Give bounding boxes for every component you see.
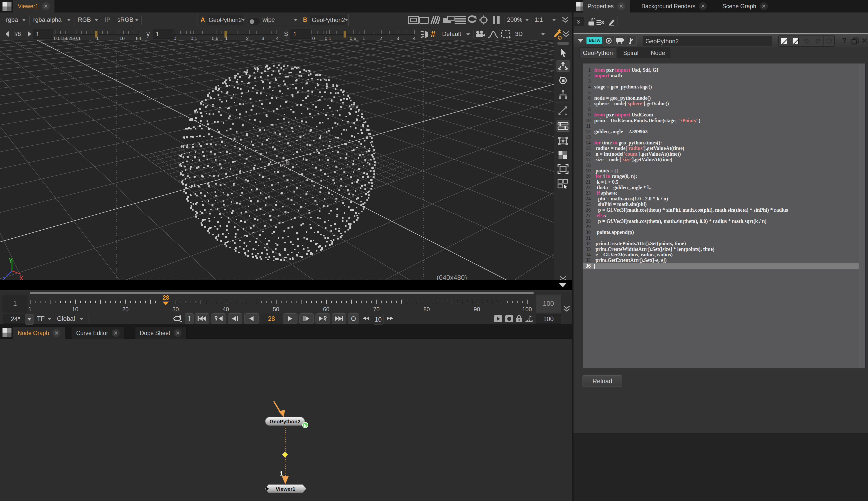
svg-text:10: 10: [282, 159, 290, 167]
svg-text:GeoPython2: GeoPython2: [270, 418, 301, 424]
svg-text:E: E: [304, 423, 307, 428]
svg-text:X: X: [19, 275, 23, 280]
svg-text:1: 1: [280, 470, 283, 477]
svg-text:Z: Z: [2, 276, 6, 280]
svg-text:(640x480): (640x480): [437, 274, 467, 280]
svg-text:Viewer1: Viewer1: [275, 486, 295, 492]
svg-text:Y: Y: [9, 257, 13, 264]
